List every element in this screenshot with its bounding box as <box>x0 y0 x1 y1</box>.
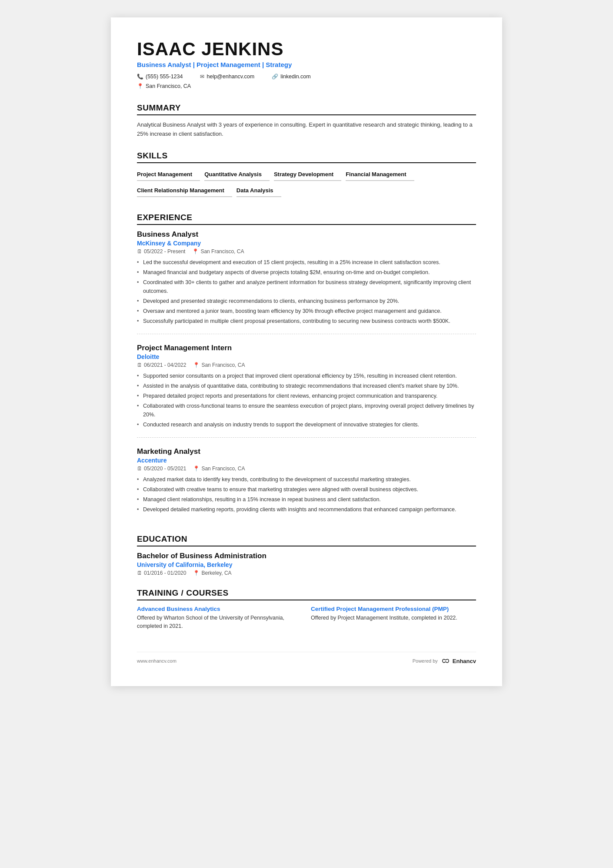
linkedin-url: linkedin.com <box>280 74 310 80</box>
training-description: Offered by Wharton School of the Univers… <box>137 614 302 630</box>
calendar-icon: 🗓 <box>137 570 142 576</box>
job-meta: 🗓 05/2020 - 05/2021 📍 San Francisco, CA <box>137 466 476 472</box>
job-title: Marketing Analyst <box>137 447 476 456</box>
footer: www.enhancv.com Powered by Enhancv <box>137 652 476 664</box>
education-title: EDUCATION <box>137 534 476 546</box>
training-description: Offered by Project Management Institute,… <box>311 614 476 622</box>
contact-row-1: 📞 (555) 555-1234 ✉ help@enhancv.com 🔗 li… <box>137 74 476 81</box>
job-meta: 🗓 06/2021 - 04/2022 📍 San Francisco, CA <box>137 362 476 368</box>
bullet-item: Developed and presented strategic recomm… <box>137 297 476 305</box>
job-date: 🗓 05/2022 - Present <box>137 248 185 255</box>
training-title-item: Advanced Business Analytics <box>137 606 302 612</box>
bullet-item: Conducted research and analysis on indus… <box>137 420 476 429</box>
location-text: San Francisco, CA <box>146 83 191 89</box>
edu-degree: Bachelor of Business Administration <box>137 552 476 560</box>
bullet-list: Supported senior consultants on a projec… <box>137 372 476 429</box>
job-location: 📍 San Francisco, CA <box>192 248 244 255</box>
calendar-icon: 🗓 <box>137 362 142 368</box>
edu-location: 📍 Berkeley, CA <box>193 570 231 576</box>
job-date: 🗓 05/2020 - 05/2021 <box>137 466 186 472</box>
bullet-list: Led the successful development and execu… <box>137 258 476 325</box>
location-contact: 📍 San Francisco, CA <box>137 83 191 89</box>
experience-entry: Marketing Analyst Accenture 🗓 05/2020 - … <box>137 447 476 522</box>
training-title: TRAINING / COURSES <box>137 588 476 600</box>
powered-by-text: Powered by <box>413 658 438 664</box>
calendar-icon: 🗓 <box>137 466 142 472</box>
job-location: 📍 San Francisco, CA <box>193 362 245 368</box>
job-title: Business Analyst <box>137 230 476 239</box>
map-pin-icon: 📍 <box>193 570 200 576</box>
email-address: help@enhancv.com <box>207 74 254 80</box>
edu-school: University of California, Berkeley <box>137 561 476 568</box>
summary-text: Analytical Business Analyst with 3 years… <box>137 121 476 139</box>
edu-meta: 🗓 01/2016 - 01/2020 📍 Berkeley, CA <box>137 570 476 576</box>
map-pin-icon: 📍 <box>193 362 200 368</box>
education-section: EDUCATION Bachelor of Business Administr… <box>137 534 476 576</box>
location-icon: 📍 <box>137 83 143 89</box>
powered-by: Powered by Enhancv <box>413 657 476 664</box>
bullet-item: Prepared detailed project reports and pr… <box>137 392 476 400</box>
bullet-item: Oversaw and mentored a junior team, boos… <box>137 307 476 315</box>
training-grid: Advanced Business Analytics Offered by W… <box>137 606 476 630</box>
skill-item: Strategy Development <box>274 168 341 181</box>
enhancv-logo-icon <box>440 657 451 664</box>
bullet-item: Collaborated with creative teams to ensu… <box>137 485 476 494</box>
map-pin-icon: 📍 <box>192 248 199 255</box>
skills-title: SKILLS <box>137 151 476 163</box>
email-icon: ✉ <box>200 74 204 80</box>
skill-item: Data Analysis <box>237 184 281 197</box>
bullet-item: Developed detailed marketing reports, pr… <box>137 505 476 514</box>
company-name: Deloitte <box>137 353 476 360</box>
skill-item: Client Relationship Management <box>137 184 232 197</box>
company-name: Accenture <box>137 457 476 464</box>
bullet-item: Managed financial and budgetary aspects … <box>137 268 476 277</box>
training-section: TRAINING / COURSES Advanced Business Ana… <box>137 588 476 630</box>
link-icon: 🔗 <box>272 74 278 80</box>
experience-title: EXPERIENCE <box>137 213 476 225</box>
bullet-item: Successfully participated in multiple cl… <box>137 317 476 325</box>
job-date: 🗓 06/2021 - 04/2022 <box>137 362 186 368</box>
education-container: Bachelor of Business Administration Univ… <box>137 552 476 576</box>
phone-contact: 📞 (555) 555-1234 <box>137 74 183 80</box>
education-entry: Bachelor of Business Administration Univ… <box>137 552 476 576</box>
experience-section: EXPERIENCE Business Analyst McKinsey & C… <box>137 213 476 522</box>
candidate-name: ISAAC JENKINS <box>137 39 476 59</box>
linkedin-contact[interactable]: 🔗 linkedin.com <box>272 74 310 80</box>
enhancv-logo: Enhancv <box>440 657 476 664</box>
job-location: 📍 San Francisco, CA <box>193 466 245 472</box>
company-name: McKinsey & Company <box>137 240 476 247</box>
summary-section: SUMMARY Analytical Business Analyst with… <box>137 103 476 139</box>
training-item: Certified Project Management Professiona… <box>311 606 476 630</box>
training-title-item: Certified Project Management Professiona… <box>311 606 476 612</box>
bullet-item: Managed client relationships, resulting … <box>137 495 476 504</box>
skill-item: Project Management <box>137 168 200 181</box>
bullet-item: Supported senior consultants on a projec… <box>137 372 476 380</box>
phone-icon: 📞 <box>137 74 143 80</box>
skills-list: Project ManagementQuantitative AnalysisS… <box>137 168 476 201</box>
resume-page: ISAAC JENKINS Business Analyst | Project… <box>111 17 502 686</box>
bullet-item: Analyzed market data to identify key tre… <box>137 475 476 484</box>
experience-entry: Business Analyst McKinsey & Company 🗓 05… <box>137 230 476 334</box>
calendar-icon: 🗓 <box>137 248 142 255</box>
phone-number: (555) 555-1234 <box>146 74 183 80</box>
skills-section: SKILLS Project ManagementQuantitative An… <box>137 151 476 201</box>
contact-row-2: 📍 San Francisco, CA <box>137 83 476 91</box>
email-contact: ✉ help@enhancv.com <box>200 74 254 80</box>
training-item: Advanced Business Analytics Offered by W… <box>137 606 302 630</box>
bullet-item: Collaborated with cross-functional teams… <box>137 402 476 419</box>
job-title: Project Management Intern <box>137 344 476 352</box>
header-section: ISAAC JENKINS Business Analyst | Project… <box>137 39 476 91</box>
map-pin-icon: 📍 <box>193 466 200 472</box>
skill-item: Financial Management <box>346 168 414 181</box>
footer-url: www.enhancv.com <box>137 658 177 664</box>
brand-name: Enhancv <box>453 658 476 664</box>
skill-item: Quantitative Analysis <box>204 168 270 181</box>
experience-container: Business Analyst McKinsey & Company 🗓 05… <box>137 230 476 522</box>
bullet-list: Analyzed market data to identify key tre… <box>137 475 476 514</box>
bullet-item: Assisted in the analysis of quantitative… <box>137 382 476 390</box>
edu-date: 🗓 01/2016 - 01/2020 <box>137 570 186 576</box>
bullet-item: Led the successful development and execu… <box>137 258 476 267</box>
experience-entry: Project Management Intern Deloitte 🗓 06/… <box>137 344 476 438</box>
summary-title: SUMMARY <box>137 103 476 115</box>
job-meta: 🗓 05/2022 - Present 📍 San Francisco, CA <box>137 248 476 255</box>
